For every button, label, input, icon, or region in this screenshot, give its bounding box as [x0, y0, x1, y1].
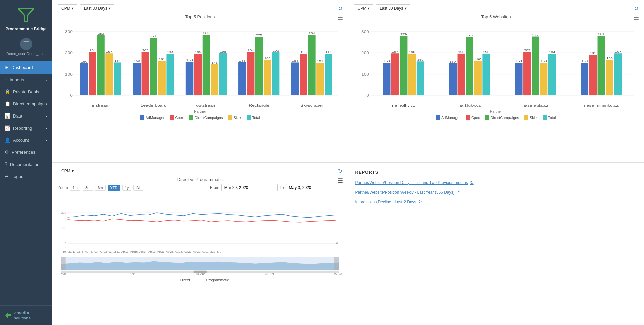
- svg-rect-18: [114, 62, 121, 95]
- legend-color: [466, 115, 470, 120]
- svg-text:29. Apr: 29. Apr: [197, 250, 206, 253]
- svg-text:0: 0: [65, 242, 66, 245]
- report-link[interactable]: Partner/Website/Position Weekly - Last Y…: [355, 190, 637, 195]
- sidebar-item-direct-campaigns[interactable]: 📋 Direct campaigns: [0, 98, 52, 110]
- sidebar-item-data[interactable]: 📊 Data ▸: [0, 110, 52, 122]
- sidebar-item-documentation[interactable]: ? Documentation: [0, 158, 52, 170]
- svg-rect-75: [391, 53, 398, 95]
- top-right-legend: AdManager Cpex DirectCampaigns Sklik Tot…: [354, 115, 639, 120]
- period-dropdown-left[interactable]: Last 30 Days ▾: [80, 4, 114, 12]
- zoom-All[interactable]: All: [133, 185, 143, 191]
- svg-text:166: 166: [606, 57, 613, 60]
- top-positions-panel: CPM ▾ Last 30 Days ▾ ↻ Top 5 Positions ☰…: [52, 0, 348, 162]
- refresh-top-right[interactable]: ↻: [634, 5, 638, 12]
- refresh-line[interactable]: ↻: [338, 168, 342, 174]
- zoom-YTD[interactable]: YTD: [108, 185, 120, 191]
- date-range: From To: [210, 184, 342, 191]
- svg-text:outstream: outstream: [196, 103, 216, 107]
- metric-chevron-left: ▾: [72, 6, 74, 11]
- svg-rect-40: [219, 53, 227, 95]
- svg-text:153: 153: [581, 59, 588, 63]
- svg-rect-108: [589, 55, 596, 95]
- legend-label: AdManager: [146, 115, 165, 120]
- legend-color: [543, 115, 547, 120]
- sidebar-item-logout[interactable]: ↩ Logout: [0, 170, 52, 182]
- zoom-6m[interactable]: 6m: [95, 185, 105, 191]
- report-refresh-icon[interactable]: ↻: [457, 190, 461, 195]
- to-date-input[interactable]: [286, 184, 342, 191]
- svg-text:154: 154: [292, 59, 298, 63]
- legend-label: Cpex: [471, 115, 480, 120]
- menu-line[interactable]: ☰: [338, 177, 343, 184]
- zoom-3m[interactable]: 3m: [83, 185, 93, 191]
- sidebar-item-account[interactable]: 👤 Account ▸: [0, 134, 52, 146]
- sidebar-footer: ≥mediasolutions: [0, 305, 52, 325]
- zoom-1m[interactable]: 1m: [70, 185, 80, 191]
- sidebar-item-imports[interactable]: ↑ Imports ▸: [0, 74, 52, 86]
- from-date-input[interactable]: [221, 184, 278, 191]
- legend-color: [524, 115, 528, 120]
- sidebar-item-private-deals[interactable]: 🔒 Private Deals: [0, 86, 52, 98]
- svg-text:7. Apr: 7. Apr: [100, 250, 107, 253]
- x-axis-label-right: Partner: [354, 109, 639, 113]
- sidebar-label-documentation: Documentation: [10, 162, 39, 167]
- legend-label: Total: [548, 115, 556, 120]
- report-refresh-icon[interactable]: ↻: [418, 199, 422, 204]
- private-deals-icon: 🔒: [5, 89, 10, 94]
- svg-text:277: 277: [532, 33, 538, 37]
- sidebar-label-dashboard: Dashboard: [11, 65, 33, 70]
- svg-text:150: 150: [81, 60, 87, 63]
- dashboard-grid: CPM ▾ Last 30 Days ▾ ↻ Top 5 Positions ☰…: [52, 0, 644, 325]
- svg-text:0: 0: [336, 242, 338, 245]
- bar-chart-right: 0100200300153197279196159na-holky.cz1501…: [354, 21, 639, 109]
- svg-rect-16: [105, 53, 113, 95]
- menu-top-left[interactable]: ☰: [338, 14, 343, 22]
- svg-rect-23: [142, 52, 149, 95]
- report-refresh-icon[interactable]: ↻: [470, 180, 474, 185]
- svg-text:281: 281: [598, 32, 604, 36]
- report-link[interactable]: Partner/Website/Position Daily - This an…: [355, 180, 637, 185]
- svg-text:200: 200: [65, 51, 73, 55]
- svg-rect-25: [150, 38, 157, 95]
- zoom-1y[interactable]: 1y: [122, 185, 132, 191]
- period-dropdown-right[interactable]: Last 30 Days ▾: [376, 4, 410, 12]
- sidebar-label-logout: Logout: [11, 174, 25, 179]
- svg-text:197: 197: [392, 50, 398, 53]
- svg-text:196: 196: [409, 50, 415, 54]
- refresh-top-left[interactable]: ↻: [338, 5, 342, 12]
- sidebar-item-dashboard[interactable]: ⊞ Dashboard: [0, 61, 52, 74]
- svg-rect-112: [606, 60, 613, 95]
- sidebar-label-direct-campaigns: Direct campaigns: [13, 101, 47, 106]
- svg-text:153: 153: [133, 59, 140, 63]
- svg-rect-45: [247, 52, 254, 95]
- svg-rect-58: [308, 35, 315, 95]
- legend-sklik: Sklik: [524, 115, 537, 120]
- brand-name: ≥mediasolutions: [14, 310, 31, 320]
- sidebar-item-preferences[interactable]: ⚙ Preferences: [0, 146, 52, 158]
- svg-rect-90: [474, 61, 481, 95]
- x-axis-label-left: Partner: [58, 109, 342, 113]
- svg-text:na-kluky.cz: na-kluky.cz: [458, 103, 481, 107]
- menu-top-right[interactable]: ☰: [634, 14, 639, 22]
- metric-dropdown-right[interactable]: CPM ▾: [354, 4, 374, 12]
- to-label: To: [280, 185, 284, 190]
- line-metric-dropdown[interactable]: CPM ▾: [58, 167, 77, 175]
- legend-total: Total: [247, 115, 260, 120]
- report-link[interactable]: Impressions Decline - Last 2 Days ↻: [355, 199, 637, 204]
- svg-text:21. Apr: 21. Apr: [161, 250, 171, 253]
- reporting-icon: 📈: [5, 125, 10, 131]
- svg-text:100: 100: [61, 226, 66, 230]
- svg-text:17. Apr: 17. Apr: [143, 250, 153, 253]
- metric-dropdown-left[interactable]: CPM ▾: [58, 4, 77, 12]
- svg-text:13. Apr: 13. Apr: [125, 250, 135, 253]
- dashboard-icon: ⊞: [5, 65, 9, 70]
- svg-text:1. Apr: 1. Apr: [73, 250, 80, 253]
- metric-label-right: CPM: [358, 6, 367, 11]
- svg-text:204: 204: [248, 49, 254, 52]
- top-websites-title: Top 5 Websites: [354, 14, 639, 19]
- legend-directcampaigns: DirectCampaigns: [485, 115, 519, 120]
- svg-text:153: 153: [383, 59, 390, 63]
- sidebar-item-reporting[interactable]: 📈 Reporting ▸: [0, 122, 52, 134]
- legend-color: [228, 115, 232, 120]
- svg-text:Skyscraper: Skyscraper: [300, 103, 323, 107]
